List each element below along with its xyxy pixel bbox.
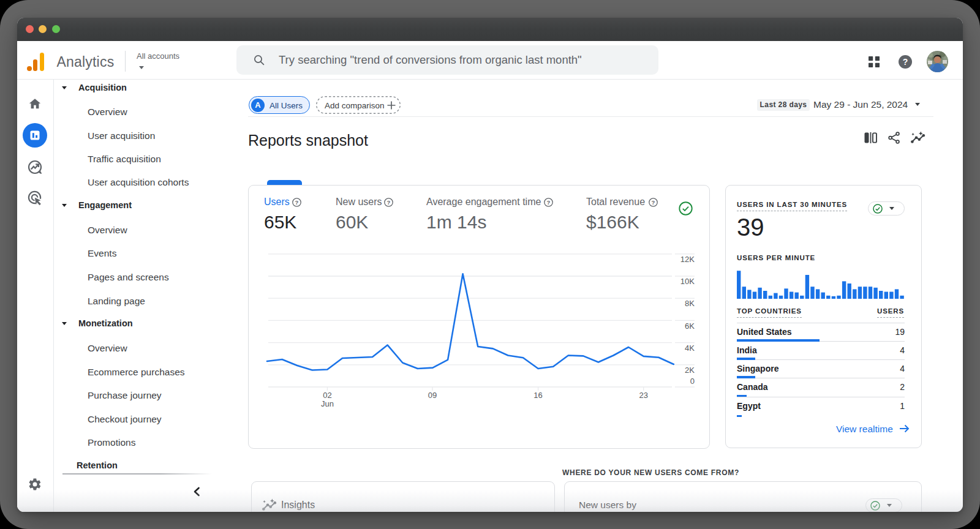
svg-text:0: 0 (690, 377, 695, 386)
svg-text:4K: 4K (685, 343, 695, 353)
svg-text:10K: 10K (680, 277, 695, 286)
svg-text:6K: 6K (685, 321, 695, 331)
svg-text:Jun: Jun (321, 399, 334, 408)
svg-text:2K: 2K (685, 366, 695, 375)
svg-text:09: 09 (428, 391, 437, 400)
svg-text:12K: 12K (680, 255, 695, 264)
svg-text:23: 23 (639, 391, 647, 400)
svg-text:16: 16 (533, 391, 542, 400)
svg-text:8K: 8K (685, 299, 695, 308)
